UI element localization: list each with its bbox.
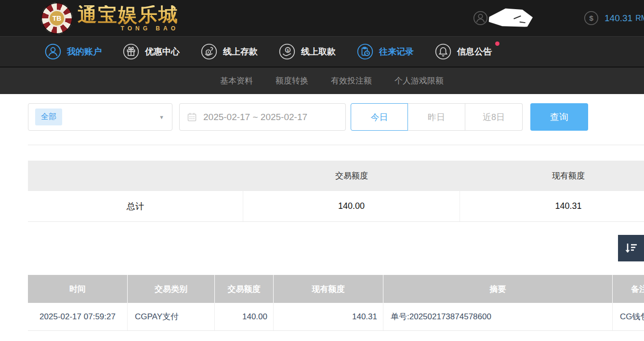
gift-icon (123, 43, 139, 60)
cell-trade-amount: 140.00 (215, 303, 274, 330)
summary-table: 交易额度 现有额度 总计 140.00 140.31 (28, 161, 644, 222)
nav-label: 信息公告 (457, 46, 492, 57)
date-range-input[interactable]: 2025-02-17 ~ 2025-02-17 (179, 103, 346, 131)
deposit-icon (201, 43, 217, 60)
today-button[interactable]: 今日 (351, 103, 408, 131)
nav-label: 线上取款 (301, 46, 336, 57)
svg-text:$: $ (287, 48, 289, 53)
main-navigation: 我的账户 优惠中心 线上存款 $ 线上取款 (0, 36, 644, 68)
cell-summary: 单号:202502173874578600 (383, 303, 613, 330)
site-title: 通宝娱乐城 (78, 5, 179, 25)
subnav-valid-bets[interactable]: 有效投注额 (331, 75, 372, 86)
balance-display[interactable]: $ 140.31 RMB (584, 11, 644, 26)
top-header: TB 通宝娱乐城 TONG BAO 25 $ 140.31 RMB (0, 0, 644, 36)
cell-time: 2025-02-17 07:59:27 (28, 303, 128, 330)
cell-remark: CG钱包 (613, 303, 644, 330)
summary-total-row: 总计 140.00 140.31 (28, 191, 644, 222)
summary-trade-amount: 140.00 (243, 191, 460, 221)
bell-icon (435, 43, 451, 60)
sort-descending-icon (624, 241, 638, 256)
summary-col-trade-amount: 交易额度 (243, 161, 460, 191)
col-trade-amount: 交易额度 (215, 275, 274, 303)
last-8-days-button[interactable]: 近8日 (465, 103, 523, 131)
user-account[interactable]: 25 (473, 11, 584, 26)
summary-header-row: 交易额度 现有额度 (28, 161, 644, 191)
nav-item-records[interactable]: 往来记录 (357, 43, 414, 60)
nav-item-announcements[interactable]: 信息公告 (435, 43, 492, 60)
withdraw-icon: $ (279, 43, 295, 60)
chevron-down-icon: ▼ (159, 114, 164, 120)
subnav-basic-info[interactable]: 基本资料 (220, 75, 253, 86)
nav-item-withdraw[interactable]: $ 线上取款 (279, 43, 336, 60)
summary-current-amount: 140.31 (460, 191, 644, 221)
cell-current-amount: 140.31 (274, 303, 383, 330)
nav-label: 线上存款 (223, 46, 258, 57)
yesterday-button[interactable]: 昨日 (408, 103, 465, 131)
filter-bar: 全部 ▼ 2025-02-17 ~ 2025-02-17 今日 昨日 近8日 查… (28, 103, 588, 131)
nav-item-promotions[interactable]: 优惠中心 (123, 43, 180, 60)
type-select[interactable]: 全部 ▼ (28, 103, 172, 131)
calendar-icon (187, 112, 197, 122)
date-range-value: 2025-02-17 ~ 2025-02-17 (203, 112, 307, 123)
chip-monogram: TB (48, 10, 66, 27)
balance-currency: RMB (635, 14, 644, 23)
col-current-amount: 现有额度 (274, 275, 383, 303)
cell-type: CGPAY支付 (128, 303, 215, 330)
nav-label: 优惠中心 (145, 46, 180, 57)
header-user-area: 25 $ 140.31 RMB (473, 0, 644, 36)
sub-navigation: 基本资料 额度转换 有效投注额 个人游戏限额 (0, 68, 644, 94)
sort-descending-button[interactable] (618, 235, 644, 261)
records-table: 时间 交易类别 交易额度 现有额度 摘要 备注 2025-02-17 07:59… (28, 275, 644, 331)
casino-chip-icon: TB (41, 2, 73, 34)
subnav-game-limits[interactable]: 个人游戏限额 (394, 75, 444, 86)
user-avatar-icon (473, 11, 488, 26)
records-icon (357, 43, 373, 60)
balance-amount: 140.31 (605, 13, 632, 24)
type-selected-chip[interactable]: 全部 (35, 109, 62, 125)
summary-col-empty (28, 161, 243, 191)
nav-item-deposit[interactable]: 线上存款 (201, 43, 258, 60)
site-subtitle: TONG BAO (78, 26, 179, 31)
dollar-coin-icon: $ (584, 11, 599, 26)
col-remark: 备注 (613, 275, 644, 303)
section-divider (28, 145, 644, 145)
account-icon (45, 43, 61, 60)
site-logo[interactable]: TB 通宝娱乐城 TONG BAO (41, 2, 179, 34)
col-type: 交易类别 (128, 275, 215, 303)
search-button[interactable]: 查询 (530, 103, 588, 131)
col-time: 时间 (28, 275, 128, 303)
nav-label: 往来记录 (379, 46, 414, 57)
records-header-row: 时间 交易类别 交易额度 现有额度 摘要 备注 (28, 275, 644, 303)
nav-item-my-account[interactable]: 我的账户 (45, 43, 102, 60)
summary-col-current-amount: 现有额度 (460, 161, 644, 191)
notification-dot (495, 41, 499, 46)
quick-date-buttons: 今日 昨日 近8日 (351, 103, 523, 131)
col-summary: 摘要 (383, 275, 613, 303)
summary-total-label: 总计 (28, 191, 243, 221)
svg-text:$: $ (589, 14, 593, 22)
subnav-credit-transfer[interactable]: 额度转换 (276, 75, 308, 86)
redaction-scribble (488, 6, 534, 29)
table-row: 2025-02-17 07:59:27 CGPAY支付 140.00 140.3… (28, 303, 644, 331)
nav-label: 我的账户 (67, 46, 102, 57)
